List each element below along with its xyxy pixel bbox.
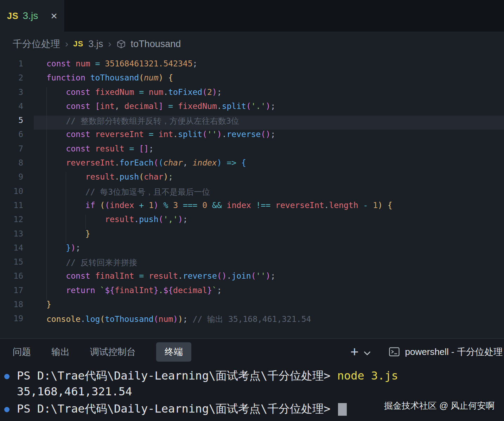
code-line-content: const reverseInt = int.split('').reverse…	[34, 130, 504, 144]
panel-tab-terminal[interactable]: 终端	[156, 342, 191, 362]
code-token: .	[81, 315, 85, 324]
code-token: []	[139, 144, 149, 153]
code-token: =	[129, 144, 134, 153]
line-number[interactable]: 1	[0, 59, 34, 73]
javascript-file-icon: JS	[7, 11, 19, 21]
code-line[interactable]: 18}	[0, 300, 504, 314]
code-line[interactable]: 12 result.push(',');	[0, 215, 504, 229]
code-token: &&	[212, 201, 222, 210]
code-token	[134, 201, 139, 210]
code-token: )	[173, 315, 178, 324]
command-decoration-icon[interactable]	[4, 407, 9, 412]
terminal-session-label[interactable]: powershell - 千分位处理	[405, 346, 503, 358]
code-token: ;	[217, 88, 222, 97]
code-token: [	[95, 102, 100, 111]
watermark: 掘金技术社区 @ 风止何安啊	[384, 400, 495, 412]
breadcrumb-folder[interactable]: 千分位处理	[13, 38, 60, 50]
line-number[interactable]: 18	[0, 300, 34, 314]
line-number[interactable]: 15	[0, 257, 34, 271]
code-token	[188, 315, 193, 324]
code-line[interactable]: 1const num = 35168461321.542345;	[0, 59, 504, 73]
code-line[interactable]: 13 }	[0, 229, 504, 243]
close-tab-icon[interactable]: ×	[51, 10, 57, 21]
code-token: log	[85, 315, 100, 324]
code-token: ]	[159, 102, 164, 111]
code-token: char	[144, 172, 163, 181]
breadcrumb-symbol[interactable]: toThousand	[131, 39, 181, 50]
new-terminal-button[interactable]: +	[350, 345, 358, 359]
line-number[interactable]: 16	[0, 271, 34, 285]
code-token: finalInt	[115, 286, 154, 295]
panel-tab-problems[interactable]: 问题	[13, 342, 31, 362]
code-token	[144, 271, 149, 280]
code-token	[71, 59, 76, 68]
code-line-content: const finalInt = result.reverse().join('…	[34, 271, 504, 285]
code-token: result	[149, 271, 178, 280]
line-number[interactable]: 5	[0, 116, 34, 130]
code-token: index	[227, 201, 251, 210]
line-number[interactable]: 8	[0, 158, 34, 172]
code-token: join	[231, 271, 251, 280]
code-token: ''	[207, 130, 217, 139]
panel-tab-debug-console[interactable]: 调试控制台	[90, 342, 136, 362]
line-number[interactable]: 17	[0, 286, 34, 300]
code-line[interactable]: 16 const finalInt = result.reverse().joi…	[0, 271, 504, 285]
code-editor[interactable]: 1const num = 35168461321.542345;2functio…	[0, 56, 504, 328]
code-line[interactable]: 14 });	[0, 243, 504, 257]
code-token	[154, 130, 159, 139]
tab-3js[interactable]: JS 3.js ×	[0, 0, 65, 32]
code-line[interactable]: 7 const result = [];	[0, 144, 504, 158]
code-line[interactable]: 5 // 整数部分转数组并反转，方便从左往右数3位	[0, 116, 504, 130]
code-token: !==	[256, 201, 271, 210]
line-number[interactable]: 19	[0, 314, 34, 328]
code-line[interactable]: 8 reverseInt.forEach((char, index) => {	[0, 158, 504, 172]
line-number[interactable]: 6	[0, 130, 34, 144]
code-token: .	[115, 172, 120, 181]
code-token: =	[139, 88, 144, 97]
line-number[interactable]: 12	[0, 215, 34, 229]
code-line[interactable]: 2function toThousand(num) {	[0, 73, 504, 87]
code-line[interactable]: 10 // 每3位加逗号，且不是最后一位	[0, 187, 504, 201]
code-token: 3	[173, 201, 178, 210]
code-token	[46, 271, 66, 280]
code-line[interactable]: 9 result.push(char);	[0, 172, 504, 186]
line-number[interactable]: 13	[0, 229, 34, 243]
line-number[interactable]: 10	[0, 187, 34, 201]
code-line[interactable]: 4 const [int, decimal] = fixedNum.split(…	[0, 102, 504, 116]
code-line[interactable]: 15 // 反转回来并拼接	[0, 257, 504, 271]
code-token: const	[66, 130, 90, 139]
code-token: {	[168, 73, 173, 82]
chevron-right-icon: ›	[65, 38, 68, 50]
panel-tab-output[interactable]: 输出	[51, 342, 70, 362]
code-line[interactable]: 17 return `${finalInt}.${decimal}`;	[0, 286, 504, 300]
code-token: .	[222, 130, 227, 139]
code-token: =	[95, 59, 100, 68]
code-token: // 输出 35,168,461,321.54	[193, 315, 311, 324]
line-number[interactable]: 3	[0, 88, 34, 102]
panel-tabs: 问题输出调试控制台终端	[13, 342, 205, 362]
line-number[interactable]: 4	[0, 102, 34, 116]
code-line[interactable]: 3 const fixedNum = num.toFixed(2);	[0, 88, 504, 102]
code-line[interactable]: 11 if ((index + 1) % 3 === 0 && index !=…	[0, 201, 504, 215]
line-number[interactable]: 9	[0, 172, 34, 186]
line-number[interactable]: 14	[0, 243, 34, 257]
code-token: num	[149, 88, 164, 97]
code-token: // 反转回来并拼接	[66, 258, 137, 267]
chevron-down-icon[interactable]	[364, 348, 371, 356]
code-line[interactable]: 6 const reverseInt = int.split('').rever…	[0, 130, 504, 144]
code-line-content: // 反转回来并拼接	[34, 257, 504, 271]
code-token: (	[139, 172, 144, 181]
code-token: {	[388, 201, 393, 210]
code-token: `	[100, 286, 105, 295]
code-token: // 整数部分转数组并反转，方便从左往右数3位	[66, 116, 239, 125]
code-token: split	[178, 130, 202, 139]
breadcrumb-file[interactable]: 3.js	[88, 39, 103, 50]
code-line[interactable]: 19console.log(toThousand(num)); // 输出 35…	[0, 314, 504, 328]
line-number[interactable]: 2	[0, 73, 34, 87]
command-decoration-icon[interactable]	[4, 374, 9, 379]
code-token: )	[154, 201, 159, 210]
line-number[interactable]: 7	[0, 144, 34, 158]
line-number[interactable]: 11	[0, 201, 34, 215]
code-token: finalInt	[95, 271, 134, 280]
code-token	[270, 201, 275, 210]
